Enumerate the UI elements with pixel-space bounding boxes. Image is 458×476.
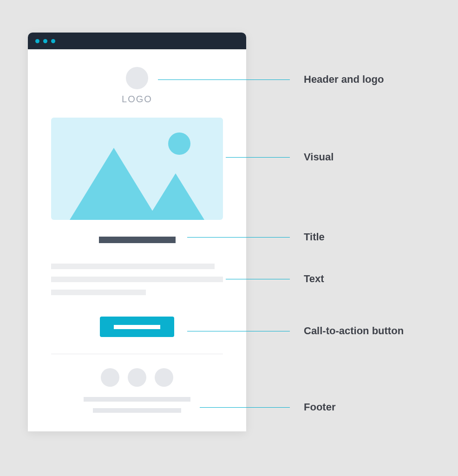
cta-button-placeholder[interactable]: [100, 317, 174, 337]
text-line: [51, 264, 215, 269]
annotation-connector: [158, 79, 290, 80]
text-line: [51, 290, 146, 295]
social-icon[interactable]: [128, 368, 146, 387]
social-icon[interactable]: [155, 368, 173, 387]
annotation-connector: [226, 157, 290, 158]
annotation-header-logo: Header and logo: [304, 73, 384, 86]
window-dot-icon: [35, 39, 39, 43]
footer-block: [84, 368, 190, 413]
footer-text-line: [84, 397, 190, 402]
social-icon[interactable]: [101, 368, 119, 387]
title-placeholder: [99, 237, 176, 243]
cta-label-placeholder: [114, 325, 160, 329]
window-titlebar: [28, 33, 246, 49]
annotation-connector: [187, 237, 290, 238]
hero-visual-placeholder: [51, 118, 223, 220]
annotation-connector: [187, 331, 290, 331]
annotation-cta: Call-to-action button: [304, 325, 404, 337]
email-wireframe: LOGO: [28, 33, 246, 431]
annotation-text: Text: [304, 273, 324, 285]
header-logo-block: LOGO: [122, 67, 152, 105]
body-text-placeholder: [51, 264, 223, 295]
annotation-title: Title: [304, 231, 325, 243]
mountain-icon: [147, 173, 204, 220]
footer-text-line: [93, 408, 181, 413]
footer-divider: [51, 354, 223, 354]
window-dot-icon: [51, 39, 55, 43]
annotation-visual: Visual: [304, 151, 334, 163]
logo-placeholder-icon: [126, 67, 148, 89]
mountain-icon: [70, 148, 158, 220]
sun-icon: [168, 132, 190, 155]
annotation-connector: [200, 407, 290, 408]
annotation-connector: [226, 279, 290, 279]
logo-label: LOGO: [122, 94, 152, 105]
annotation-footer: Footer: [304, 401, 335, 413]
window-dot-icon: [43, 39, 47, 43]
text-line: [51, 277, 223, 282]
social-icons-row: [101, 368, 173, 387]
